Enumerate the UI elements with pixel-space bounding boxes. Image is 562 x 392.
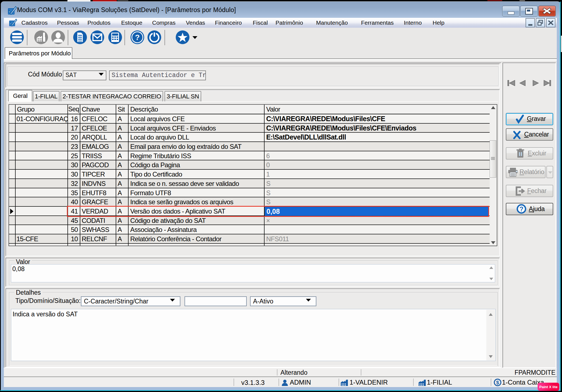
svg-text:?: ? (520, 205, 524, 213)
svg-text:?: ? (135, 33, 140, 42)
svg-text:$: $ (496, 380, 499, 385)
